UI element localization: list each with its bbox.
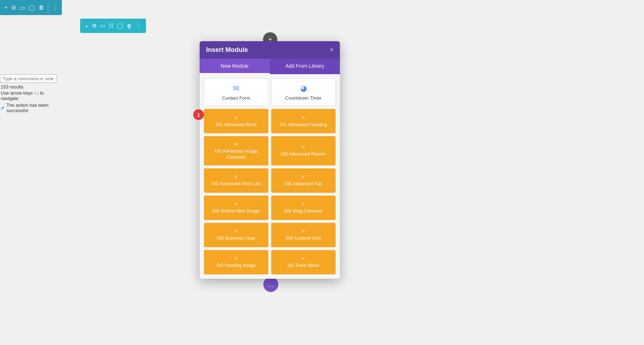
dg-food-menu-label: DG Food Menu xyxy=(288,263,319,269)
module-grid: ✉ Contact Form ◕ Countdown Timer ≡ DG Ad… xyxy=(204,78,336,274)
dg-floating-image-label: DG Floating Image xyxy=(216,263,255,269)
module-card-countdown-timer[interactable]: ◕ Countdown Timer xyxy=(271,78,336,106)
modal-tabs: New Module Add From Library xyxy=(200,59,340,74)
badge-number: 1 xyxy=(193,109,204,120)
dg-advanced-heading-label: DG Advanced Heading xyxy=(280,122,327,128)
menu-icon-4: ≡ xyxy=(302,144,305,150)
dg-advanced-tab-label: DG Advanced Tab xyxy=(285,181,322,187)
contact-form-label: Contact Form xyxy=(222,95,250,101)
menu-icon-9: ≡ xyxy=(234,228,238,234)
modal-title: Insert Module xyxy=(206,46,248,54)
menu-icon-7: ≡ xyxy=(234,201,238,207)
countdown-timer-label: Countdown Timer xyxy=(285,95,322,101)
dg-business-hour-label: DG Business Hour xyxy=(217,235,255,241)
module-card-dg-advanced-image-carousel[interactable]: ≡ DG Advanced Image Carousel xyxy=(204,136,268,166)
module-card-dg-before-after-image[interactable]: ≡ DG Before After Image xyxy=(204,196,268,220)
module-card-dg-content-grid[interactable]: ≡ DG Content Grid xyxy=(271,223,336,247)
menu-icon-12: ≡ xyxy=(302,255,305,261)
dg-content-grid-label: DG Content Grid xyxy=(286,235,321,241)
menu-icon-6: ≡ xyxy=(302,174,305,179)
power-circle-icon: ◕ xyxy=(300,84,307,93)
module-card-dg-food-menu[interactable]: ≡ DG Food Menu xyxy=(271,250,336,274)
module-card-dg-advanced-heading[interactable]: ≡ DG Advanced Heading xyxy=(271,109,336,133)
menu-icon-3: ≡ xyxy=(234,141,238,147)
module-card-contact-form[interactable]: ✉ Contact Form xyxy=(204,78,268,106)
tab-add-from-library[interactable]: Add From Library xyxy=(270,59,340,74)
module-card-dg-business-hour[interactable]: ≡ DG Business Hour xyxy=(204,223,268,247)
dg-advanced-person-label: DG Advanced Person xyxy=(281,151,326,157)
module-card-dg-advanced-tab[interactable]: ≡ DG Advanced Tab xyxy=(271,168,336,193)
menu-icon-11: ≡ xyxy=(234,255,238,261)
modal-overlay: Insert Module × New Module Add From Libr… xyxy=(0,0,644,345)
module-card-dg-advanced-person[interactable]: ≡ DG Advanced Person xyxy=(271,136,336,166)
modal-body: ✉ Contact Form ◕ Countdown Timer ≡ DG Ad… xyxy=(200,74,340,279)
envelope-icon: ✉ xyxy=(233,84,239,93)
modal-close-button[interactable]: × xyxy=(330,46,333,54)
menu-icon-2: ≡ xyxy=(302,115,305,120)
menu-icon-1: ≡ xyxy=(234,115,238,120)
tab-new-module[interactable]: New Module xyxy=(200,59,270,74)
dg-advanced-blurb-label: DG Advanced Blurb xyxy=(216,122,257,128)
dg-blog-carousel-label: DG Blog Carousel xyxy=(285,208,322,214)
module-card-dg-floating-image[interactable]: ≡ DG Floating Image xyxy=(204,250,268,274)
dg-advanced-price-list-label: DG Advanced Price List xyxy=(211,181,260,187)
dg-before-after-image-label: DG Before After Image xyxy=(213,208,260,214)
dg-advanced-image-carousel-label: DG Advanced Image Carousel xyxy=(207,148,265,160)
menu-icon-5: ≡ xyxy=(234,174,238,179)
modal-header: Insert Module × xyxy=(200,41,340,59)
menu-icon-10: ≡ xyxy=(302,228,305,234)
menu-icon-8: ≡ xyxy=(302,201,305,207)
module-card-dg-advanced-blurb[interactable]: ≡ DG Advanced Blurb xyxy=(204,109,268,133)
module-card-dg-advanced-price-list[interactable]: ≡ DG Advanced Price List xyxy=(204,168,268,193)
module-card-dg-blog-carousel[interactable]: ≡ DG Blog Carousel xyxy=(271,196,336,220)
insert-module-modal: Insert Module × New Module Add From Libr… xyxy=(200,41,340,279)
